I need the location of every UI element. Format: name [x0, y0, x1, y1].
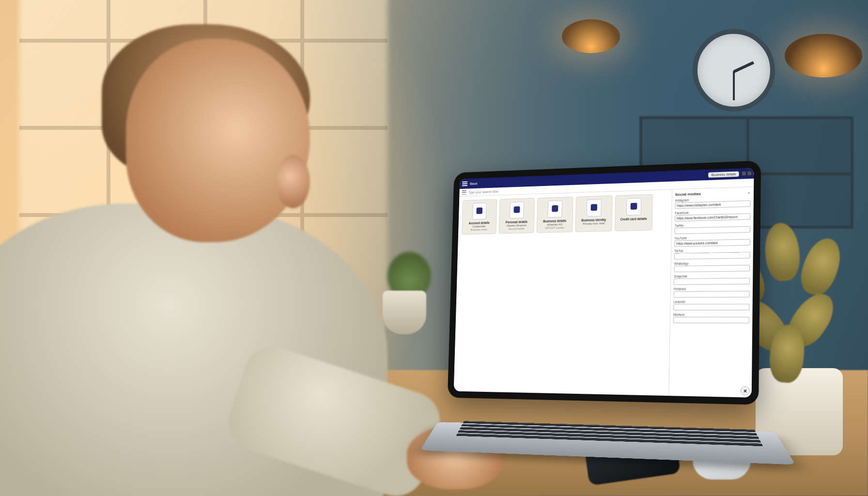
card-personal-details[interactable]: Personal details Charles Simpson Account… — [499, 198, 535, 234]
facebook-input[interactable] — [675, 213, 750, 221]
card-business-identity[interactable]: Business identity Primary font: Arial — [575, 195, 613, 232]
field-label: Medium — [673, 313, 749, 316]
wall-clock — [693, 29, 775, 111]
search-placeholder[interactable]: Type your search here — [468, 190, 498, 194]
side-panel-social: Social medias ⌄ Instagram Facebook Twitt… — [668, 187, 754, 398]
card-account-details[interactable]: Account details Credentials Business own… — [462, 199, 497, 234]
shield-icon — [472, 202, 486, 219]
app-screen: Back Business details Type your search h… — [454, 168, 754, 397]
field-label: Snapchat — [674, 274, 750, 278]
pinterest-input[interactable] — [674, 291, 750, 297]
field-label: LinkedIn — [673, 300, 749, 304]
pendant-lamp — [785, 34, 862, 78]
header-icon[interactable] — [742, 171, 746, 175]
card-line: VAT/GST number — [545, 226, 564, 230]
card-title: Business identity — [581, 218, 606, 222]
card-line: Primary font: Arial — [583, 222, 604, 226]
person-icon — [510, 202, 524, 218]
main-area: Account details Credentials Business own… — [454, 190, 672, 396]
menu-icon[interactable] — [462, 181, 467, 186]
card-icon — [626, 198, 642, 216]
youtube-input[interactable] — [674, 239, 750, 247]
office-scene: Back Business details Type your search h… — [0, 0, 868, 496]
tiktok-input[interactable] — [674, 252, 750, 260]
laptop-lid: Back Business details Type your search h… — [448, 160, 761, 404]
list-icon[interactable] — [462, 190, 466, 195]
context-chip[interactable]: Business details — [708, 171, 739, 177]
person — [0, 29, 417, 496]
card-business-details[interactable]: Business details Schenley AG VAT/GST num… — [537, 197, 574, 233]
side-panel-title[interactable]: Social medias ⌄ — [675, 190, 751, 197]
card-title: Personal details — [506, 220, 527, 224]
whatsapp-input[interactable] — [674, 265, 750, 272]
header-icon[interactable] — [747, 171, 751, 175]
card-title: Account details — [469, 221, 490, 225]
card-line: Business owner — [470, 228, 487, 231]
pendant-lamp — [562, 19, 620, 53]
palette-icon — [587, 199, 602, 217]
back-label[interactable]: Back — [470, 181, 478, 186]
medium-input[interactable] — [673, 317, 749, 324]
card-row: Account details Credentials Business own… — [462, 194, 668, 234]
twitter-input[interactable] — [675, 226, 751, 234]
card-title: Credit card details — [620, 217, 647, 221]
snapchat-input[interactable] — [674, 278, 750, 285]
laptop: Back Business details Type your search h… — [446, 159, 787, 473]
card-title: Business details — [543, 219, 566, 223]
app-body: Account details Credentials Business own… — [454, 187, 754, 398]
header-icon[interactable] — [753, 171, 754, 175]
card-line: Account holder — [508, 227, 524, 231]
close-button[interactable]: ✕ — [741, 386, 750, 395]
card-credit-card-details[interactable]: Credit card details — [615, 194, 653, 231]
linkedin-input[interactable] — [673, 304, 749, 310]
briefcase-icon — [548, 201, 562, 218]
chevron-down-icon: ⌄ — [747, 190, 751, 194]
side-title-text: Social medias — [675, 192, 701, 197]
field-label: Pinterest — [674, 287, 750, 291]
header-icons — [742, 171, 754, 175]
